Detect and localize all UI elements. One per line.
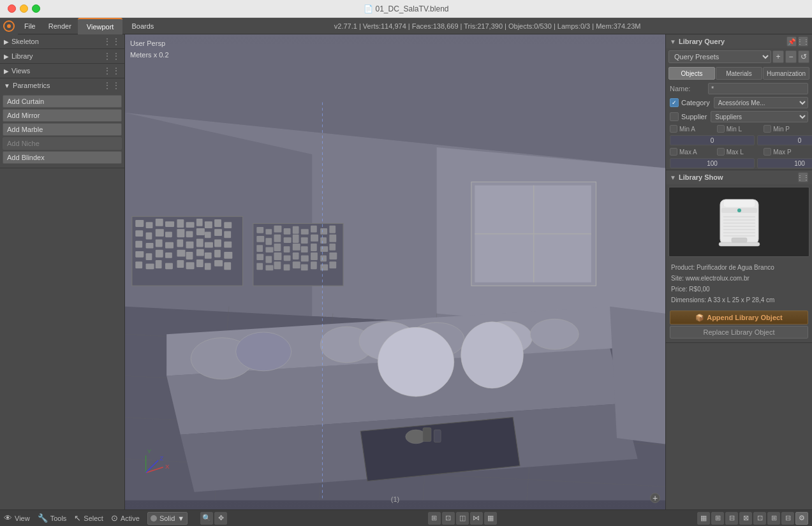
maximize-button[interactable]: [32, 4, 40, 13]
replace-library-button[interactable]: Replace Library Object: [670, 326, 808, 339]
svg-rect-111: [293, 261, 300, 268]
library-query-header[interactable]: ▼ Library Query 📌 ⋮⋮: [666, 34, 812, 48]
add-blindex-button[interactable]: Add Blindex: [3, 151, 122, 164]
add-niche-button[interactable]: Add Niche: [3, 137, 122, 150]
max-l-input[interactable]: [757, 158, 812, 168]
svg-rect-89: [256, 245, 263, 252]
product-info: Product: Purificador de Agua Branco Site…: [666, 259, 812, 308]
grid-icon-5[interactable]: ⊡: [753, 512, 766, 525]
svg-rect-61: [146, 263, 154, 269]
min-a-checkbox[interactable]: [670, 125, 677, 133]
supplier-checkbox[interactable]: [670, 112, 679, 121]
select-button[interactable]: ↖ Select: [74, 513, 103, 523]
svg-rect-26: [196, 219, 203, 226]
add-marble-button[interactable]: Add Marble: [3, 123, 122, 136]
zoom-icon[interactable]: 🔍: [200, 512, 213, 525]
sidebar-header-library[interactable]: ▶ Library ⋮⋮: [0, 49, 124, 63]
product-name-value: Purificador de Agua Branco: [697, 264, 774, 271]
overlay-icon-4[interactable]: ⋈: [470, 512, 483, 525]
svg-rect-103: [301, 255, 309, 261]
panel-show-pin-icon[interactable]: ⋮⋮: [798, 172, 808, 182]
grid-icon-4[interactable]: ⊠: [739, 512, 752, 525]
main-area: ▶ Skeleton ⋮⋮ ▶ Library ⋮⋮ ▶ Views ⋮⋮ ▼: [0, 34, 812, 509]
sidebar-header-views[interactable]: ▶ Views ⋮⋮: [0, 64, 124, 78]
settings-icon[interactable]: ⚙: [795, 512, 808, 525]
query-presets-bar: Query Presets + − ↺: [666, 48, 812, 65]
close-button[interactable]: [8, 4, 16, 13]
menu-render[interactable]: Render: [42, 18, 78, 34]
blender-logo[interactable]: [0, 18, 18, 34]
svg-rect-55: [186, 252, 193, 259]
sidebar-section-skeleton: ▶ Skeleton ⋮⋮: [0, 34, 124, 49]
svg-rect-60: [135, 261, 142, 268]
view-button[interactable]: 👁 View: [4, 513, 30, 523]
append-library-button[interactable]: 📦 Append Library Object: [670, 310, 808, 325]
product-label: Product:: [671, 264, 695, 271]
name-input[interactable]: [708, 83, 808, 94]
svg-rect-110: [284, 265, 290, 271]
grid-icon-7[interactable]: ⊟: [781, 512, 794, 525]
add-curtain-button[interactable]: Add Curtain: [3, 95, 122, 108]
product-name: Product: Purificador de Agua Branco: [671, 262, 807, 273]
svg-rect-37: [205, 232, 211, 238]
min-a-input[interactable]: [670, 135, 755, 145]
max-l-label: Max L: [727, 149, 744, 156]
sidebar-item-label: Skeleton: [11, 38, 39, 45]
category-select[interactable]: Acessórios Me...: [714, 97, 808, 108]
category-checkbox[interactable]: ✓: [670, 98, 679, 107]
tab-humanization[interactable]: Humanization: [763, 67, 809, 80]
svg-rect-102: [293, 252, 299, 259]
min-l-input[interactable]: [757, 135, 812, 145]
minimize-button[interactable]: [20, 4, 28, 13]
tab-objects[interactable]: Objects: [668, 67, 715, 80]
add-object-button[interactable]: +: [650, 493, 660, 503]
svg-rect-150: [719, 242, 760, 246]
overlay-icon-1[interactable]: ⊞: [428, 512, 441, 525]
grid-icon-6[interactable]: ⊞: [767, 512, 780, 525]
sidebar-section-parametrics: ▼ Parametrics ⋮⋮ Add Curtain Add Mirror …: [0, 78, 124, 168]
overlay-icon-2[interactable]: ⊡: [442, 512, 455, 525]
viewport[interactable]: X Y Z User Persp Meters x 0.2 (1) +: [125, 34, 665, 509]
tools-button[interactable]: 🔧 Tools: [38, 513, 67, 523]
supplier-select[interactable]: Suppliers: [711, 111, 808, 122]
max-a-input[interactable]: [670, 158, 755, 168]
tools-label: Tools: [50, 515, 67, 522]
svg-rect-85: [301, 237, 308, 244]
svg-rect-36: [196, 228, 205, 235]
tab-boards[interactable]: Boards: [122, 18, 163, 34]
add-mirror-button[interactable]: Add Mirror: [3, 109, 122, 122]
max-p-checkbox[interactable]: [764, 148, 771, 156]
svg-rect-83: [284, 237, 292, 243]
grid-icon[interactable]: ▦: [697, 512, 710, 525]
pan-icon[interactable]: ✥: [214, 512, 227, 525]
viewport-frame: (1): [391, 495, 399, 503]
min-p-checkbox[interactable]: [764, 125, 771, 133]
svg-rect-79: [329, 226, 336, 233]
overlay-icon-3[interactable]: ◫: [456, 512, 469, 525]
max-l-checkbox[interactable]: [717, 148, 725, 156]
query-refresh-icon[interactable]: ↺: [798, 50, 809, 63]
panel-pin-icon[interactable]: 📌: [786, 36, 797, 47]
overlay-icon-5[interactable]: ▦: [484, 512, 497, 525]
min-l-checkbox[interactable]: [717, 125, 725, 133]
active-button[interactable]: ⊙ Active: [111, 513, 140, 523]
bottombar: 👁 View 🔧 Tools ↖ Select ⊙ Active Solid ▼…: [0, 509, 812, 526]
query-presets-select[interactable]: Query Presets: [668, 50, 771, 63]
grid-icon-2[interactable]: ⊞: [711, 512, 724, 525]
sidebar-header-parametrics[interactable]: ▼ Parametrics ⋮⋮: [0, 78, 124, 92]
supplier-label: Supplier: [681, 113, 707, 121]
grid-icon-3[interactable]: ⊟: [725, 512, 738, 525]
sidebar-header-skeleton[interactable]: ▶ Skeleton ⋮⋮: [0, 34, 124, 48]
library-show-header[interactable]: ▼ Library Show ⋮⋮: [666, 170, 812, 184]
tab-materials[interactable]: Materials: [716, 67, 762, 80]
mode-selector[interactable]: Solid ▼: [147, 512, 188, 525]
svg-rect-88: [329, 235, 336, 242]
panel-expand-icon[interactable]: ⋮⋮: [798, 36, 808, 47]
tab-viewport[interactable]: Viewport: [78, 18, 123, 34]
query-remove-button[interactable]: −: [785, 50, 797, 63]
query-add-button[interactable]: +: [772, 50, 784, 63]
menu-file[interactable]: File: [18, 18, 42, 34]
max-values-row: [666, 157, 812, 170]
svg-rect-54: [177, 250, 185, 257]
max-a-checkbox[interactable]: [670, 148, 677, 156]
